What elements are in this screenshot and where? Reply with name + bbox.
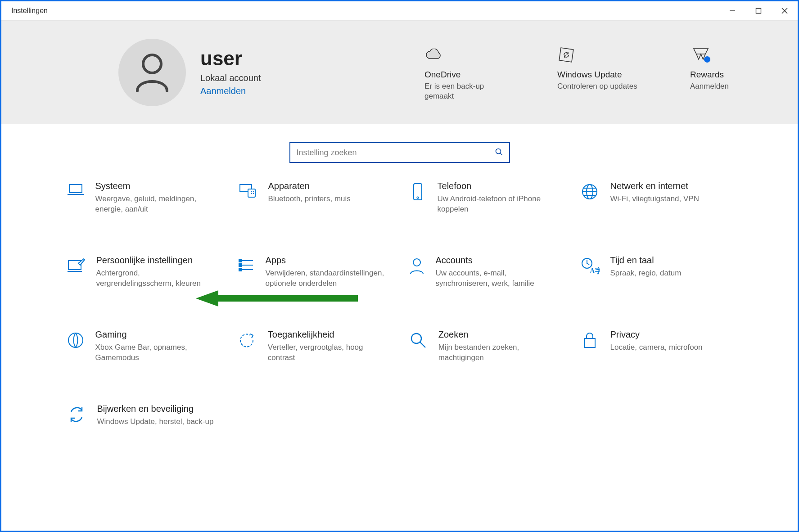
- account-icon: [409, 255, 425, 275]
- cat-title: Bijwerken en beveiliging: [97, 404, 214, 414]
- svg-line-8: [500, 153, 502, 155]
- svg-point-18: [417, 197, 419, 198]
- cat-privacy[interactable]: PrivacyLocatie, camera, microfoon: [580, 329, 733, 363]
- window-title: Instellingen: [11, 7, 48, 15]
- svg-rect-28: [239, 263, 242, 267]
- tile-label: Windows Update: [557, 70, 641, 80]
- person-icon: [134, 52, 171, 93]
- titlebar: Instellingen: [1, 1, 798, 20]
- cat-search[interactable]: ZoekenMijn bestanden zoeken, machtiginge…: [409, 329, 562, 363]
- cat-sub: Xbox Game Bar, opnames, Gamemodus: [95, 343, 220, 363]
- cat-sub: Weergave, geluid, meldingen, energie, aa…: [95, 194, 220, 215]
- tile-rewards[interactable]: Rewards Aanmelden: [690, 44, 773, 101]
- cat-title: Gaming: [95, 329, 220, 340]
- user-block[interactable]: user Lokaal account Aanmelden: [118, 39, 406, 106]
- cat-title: Netwerk en internet: [610, 181, 699, 191]
- close-button[interactable]: [772, 1, 798, 20]
- cat-ease-of-access[interactable]: ToegankelijkheidVerteller, vergrootglas,…: [238, 329, 391, 363]
- svg-rect-36: [584, 338, 595, 347]
- search-input[interactable]: [297, 148, 495, 158]
- cat-sub: Verwijderen, standaardinstellingen, opti…: [266, 268, 391, 289]
- cat-update-security[interactable]: Bijwerken en beveiligingWindows Update, …: [67, 404, 220, 427]
- cat-devices[interactable]: ApparatenBluetooth, printers, muis: [238, 181, 391, 215]
- phone-icon: [409, 181, 427, 201]
- cat-sub: Wi-Fi, vliegtuigstand, VPN: [610, 194, 699, 204]
- svg-point-7: [496, 149, 501, 154]
- tile-windows-update[interactable]: Windows Update Controleren op updates: [557, 44, 641, 101]
- cat-time-language[interactable]: A字 Tijd en taalSpraak, regio, datum: [580, 255, 733, 289]
- cat-title: Zoeken: [438, 329, 562, 340]
- svg-text:A字: A字: [590, 266, 600, 275]
- user-name: user: [200, 49, 261, 68]
- maximize-icon: [755, 8, 762, 14]
- cat-sub: Locatie, camera, microfoon: [610, 343, 703, 353]
- search-icon: [495, 148, 503, 158]
- cat-sub: Verteller, vergrootglas, hoog contrast: [268, 343, 391, 363]
- gaming-icon: [67, 329, 85, 349]
- cat-title: Apparaten: [268, 181, 351, 191]
- maximize-button[interactable]: [745, 1, 772, 20]
- lock-icon: [580, 329, 600, 349]
- svg-point-4: [143, 55, 161, 73]
- tile-label: OneDrive: [424, 70, 508, 80]
- svg-line-35: [420, 342, 425, 347]
- cloud-icon: [424, 44, 508, 66]
- search-cat-icon: [409, 329, 428, 349]
- cat-network[interactable]: Netwerk en internetWi-Fi, vliegtuigstand…: [580, 181, 733, 215]
- avatar: [118, 39, 186, 106]
- header-tiles: OneDrive Er is een back-up gemaakt Windo…: [406, 44, 773, 101]
- svg-point-14: [253, 191, 253, 192]
- cat-title: Apps: [266, 255, 391, 266]
- window-controls: [719, 1, 798, 20]
- svg-rect-1: [756, 9, 761, 14]
- svg-rect-9: [69, 185, 82, 193]
- apps-icon: [238, 255, 255, 273]
- svg-point-6: [704, 56, 710, 63]
- cat-gaming[interactable]: GamingXbox Game Bar, opnames, Gamemodus: [67, 329, 220, 363]
- svg-point-30: [413, 259, 420, 266]
- svg-point-13: [251, 191, 252, 192]
- tile-sub: Aanmelden: [690, 81, 773, 91]
- cat-title: Accounts: [436, 255, 562, 266]
- cat-title: Persoonlijke instellingen: [96, 255, 220, 266]
- signin-link[interactable]: Aanmelden: [200, 86, 261, 96]
- search-wrap: [1, 124, 798, 181]
- personalization-icon: [67, 255, 86, 273]
- search-box[interactable]: [289, 142, 510, 163]
- cat-title: Privacy: [610, 329, 703, 340]
- svg-point-16: [253, 193, 253, 194]
- devices-icon: [238, 181, 257, 199]
- cat-accounts[interactable]: AccountsUw accounts, e-mail, synchronise…: [409, 255, 562, 289]
- cat-sub: Mijn bestanden zoeken, machtigingen: [438, 343, 562, 363]
- cat-sub: Bluetooth, printers, muis: [268, 194, 351, 204]
- cat-sub: Spraak, regio, datum: [610, 268, 682, 279]
- account-type: Lokaal account: [200, 73, 261, 83]
- cat-apps[interactable]: AppsVerwijderen, standaardinstellingen, …: [238, 255, 391, 289]
- close-icon: [781, 8, 788, 14]
- time-language-icon: A字: [580, 255, 600, 275]
- update-icon: [557, 44, 641, 66]
- settings-grid: SysteemWeergave, geluid, meldingen, ener…: [40, 181, 760, 427]
- svg-point-15: [251, 193, 252, 194]
- tile-label: Rewards: [690, 70, 773, 80]
- minimize-button[interactable]: [719, 1, 745, 20]
- tile-sub: Controleren op updates: [557, 81, 641, 91]
- cat-sub: Uw accounts, e-mail, synchroniseren, wer…: [436, 268, 562, 289]
- svg-rect-5: [559, 48, 573, 62]
- svg-rect-22: [68, 261, 81, 270]
- svg-point-34: [411, 334, 421, 343]
- svg-rect-17: [414, 184, 422, 200]
- cat-sub: Achtergrond, vergrendelingsscherm, kleur…: [96, 268, 220, 289]
- cat-phone[interactable]: TelefoonUw Android-telefoon of iPhone ko…: [409, 181, 562, 215]
- cat-personalization[interactable]: Persoonlijke instellingenAchtergrond, ve…: [67, 255, 220, 289]
- tile-sub: Er is een back-up gemaakt: [424, 81, 508, 101]
- header: user Lokaal account Aanmelden OneDrive E…: [1, 20, 798, 124]
- tile-onedrive[interactable]: OneDrive Er is een back-up gemaakt: [424, 44, 508, 101]
- cat-title: Tijd en taal: [610, 255, 682, 266]
- cat-title: Telefoon: [438, 181, 562, 191]
- svg-point-33: [68, 333, 83, 347]
- cat-system[interactable]: SysteemWeergave, geluid, meldingen, ener…: [67, 181, 220, 215]
- user-info: user Lokaal account Aanmelden: [200, 49, 261, 96]
- cat-sub: Uw Android-telefoon of iPhone koppelen: [438, 194, 562, 215]
- minimize-icon: [729, 8, 736, 14]
